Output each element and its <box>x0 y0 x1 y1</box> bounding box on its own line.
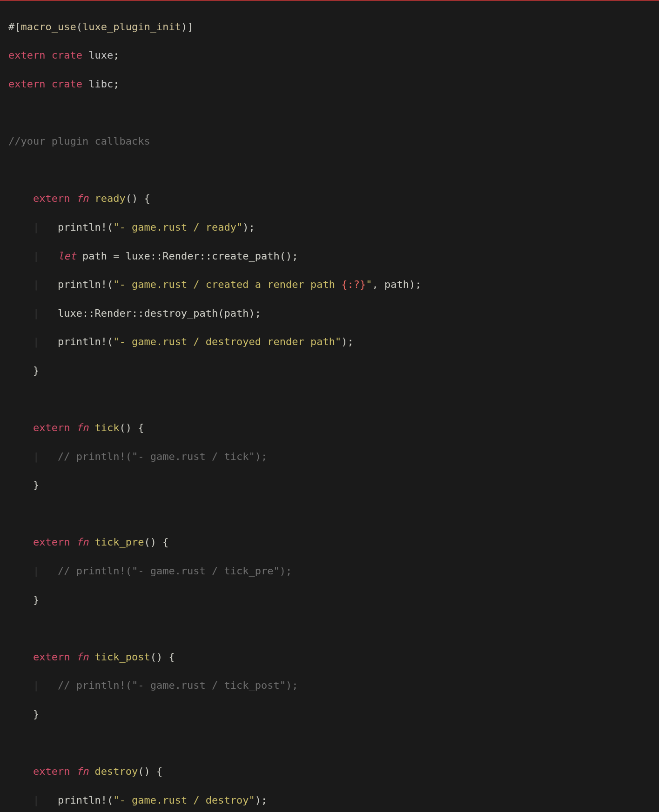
code-line: extern fn tick_post() { <box>8 650 659 665</box>
code-line: | println!("- game.rust / destroyed rend… <box>8 335 659 349</box>
attr-open: #[ <box>8 21 21 33</box>
fn-name-tick-pre: tick_pre <box>94 536 144 548</box>
indent-guide: | <box>33 221 58 233</box>
blank-line <box>8 163 659 178</box>
code-line: } <box>8 707 659 722</box>
indent-guide: | <box>33 279 58 290</box>
blank-line <box>8 507 659 521</box>
fn-name-ready: ready <box>94 193 125 204</box>
code-line: | let path = luxe::Render::create_path()… <box>8 249 659 264</box>
code-line: } <box>8 364 659 378</box>
indent-guide: | <box>33 565 58 577</box>
indent-guide: | <box>33 679 58 691</box>
code-line: | luxe::Render::destroy_path(path); <box>8 306 659 321</box>
code-line: extern crate libc; <box>8 77 659 92</box>
indent-guide: | <box>33 451 58 462</box>
code-line: extern fn tick() { <box>8 421 659 435</box>
indent-guide: | <box>33 794 58 806</box>
blank-line <box>8 106 659 120</box>
code-line: | // println!("- game.rust / tick"); <box>8 450 659 464</box>
fn-name-tick: tick <box>94 422 119 433</box>
fn-name-destroy: destroy <box>94 765 138 777</box>
code-line: } <box>8 593 659 607</box>
indent-guide: | <box>33 307 58 319</box>
indent-guide: | <box>33 250 58 262</box>
code-line: | // println!("- game.rust / tick_post")… <box>8 679 659 693</box>
code-line: | println!("- game.rust / destroy"); <box>8 793 659 808</box>
code-line: extern fn ready() { <box>8 192 659 206</box>
blank-line <box>8 393 659 407</box>
fn-name-tick-post: tick_post <box>94 651 150 663</box>
code-line: extern fn tick_pre() { <box>8 535 659 550</box>
code-line: extern fn destroy() { <box>8 765 659 779</box>
attr-arg: luxe_plugin_init <box>82 21 181 33</box>
code-line: | println!("- game.rust / ready"); <box>8 220 659 235</box>
code-line: | // println!("- game.rust / tick_pre"); <box>8 564 659 579</box>
comment-line: //your plugin callbacks <box>8 134 659 149</box>
code-line: } <box>8 478 659 493</box>
indent-guide: | <box>33 336 58 347</box>
blank-line <box>8 736 659 751</box>
code-line: | println!("- game.rust / created a rend… <box>8 278 659 292</box>
code-line: extern crate luxe; <box>8 48 659 63</box>
blank-line <box>8 621 659 636</box>
code-editor[interactable]: #[macro_use(luxe_plugin_init)] extern cr… <box>0 0 659 812</box>
code-line: #[macro_use(luxe_plugin_init)] <box>8 20 659 34</box>
attr-macro: macro_use <box>21 21 76 33</box>
